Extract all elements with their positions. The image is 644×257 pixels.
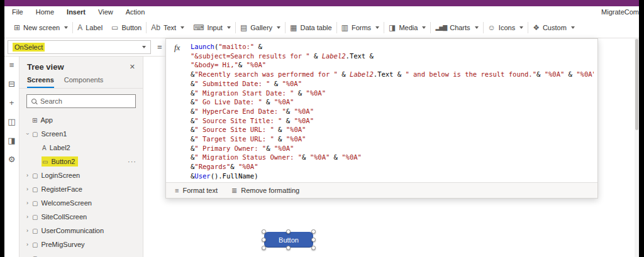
selection-handle[interactable]	[262, 238, 266, 242]
formula-token: " Go Live Date: "	[194, 98, 262, 106]
chevron-down-icon	[475, 26, 479, 29]
more-options-button[interactable]: ···	[128, 158, 136, 165]
ribbon-item-button[interactable]: ▭Button	[107, 18, 146, 38]
search-icon	[31, 99, 36, 104]
chevron-right-icon[interactable]: ›	[23, 227, 31, 234]
data-table-icon: ▦	[290, 23, 297, 32]
insert-icon[interactable]: +	[9, 99, 14, 107]
chevron-right-icon[interactable]: ›	[23, 200, 31, 206]
formula-token: "%0A"	[294, 107, 314, 115]
ribbon-item-forms[interactable]: ▥Forms	[337, 18, 384, 38]
menu-home[interactable]: Home	[36, 8, 54, 16]
chevron-right-icon[interactable]: ›	[23, 172, 31, 178]
property-dropdown[interactable]: OnSelect	[8, 40, 151, 54]
tree-item-main: ▢UserCommunication	[31, 226, 107, 236]
selection-handle[interactable]	[262, 246, 266, 250]
close-icon[interactable]: ✕	[130, 63, 135, 71]
tree-item-screen1[interactable]: ›▢Screen1	[19, 127, 143, 141]
tree-item-welcomescreen[interactable]: ›▢WelcomeScreen	[19, 196, 143, 210]
tree-item-app[interactable]: ⊞App	[19, 113, 143, 127]
tree-item-main: ▢SiteCollScreen	[31, 212, 90, 222]
remove-formatting-button[interactable]: ≣ Remove formatting	[231, 187, 299, 195]
selection-handle[interactable]	[311, 246, 316, 250]
ribbon-toolbar: ⊞New screenALabel▭ButtonAbText⌨Input▤Gal…	[4, 18, 639, 38]
menu-insert[interactable]: Insert	[67, 8, 86, 16]
selection-handle[interactable]	[262, 229, 266, 234]
ribbon-item-label: New screen	[23, 24, 60, 31]
formula-token: "%0A"	[274, 98, 294, 106]
equals-sign: =	[157, 42, 162, 52]
menu-icon[interactable]: ≡	[9, 61, 14, 69]
tree-item-clipped[interactable]: ›▢	[19, 251, 143, 257]
tree-item-label2[interactable]: ALabel2	[19, 141, 143, 155]
tree-item-premigsurvey[interactable]: ›▢PreMigSurvey	[19, 238, 143, 251]
tree-view-tabs: ScreensComponents	[19, 74, 143, 89]
formula-line: &" Source Site URL: " & "%0A"	[191, 125, 594, 134]
advanced-icon[interactable]: ⚙	[8, 155, 16, 163]
ribbon-item-gallery[interactable]: ▤Gallery	[236, 18, 285, 38]
formula-bar: OnSelect = fx Launch("mailto:" &"&subjec…	[4, 38, 639, 57]
tree-item-main: ALabel2	[42, 143, 74, 153]
ribbon-item-icons[interactable]: ☺Icons	[484, 18, 528, 38]
tree-item-main: ▢LoginScreen	[31, 170, 83, 180]
selection-handle[interactable]	[286, 246, 291, 250]
menu-file[interactable]: File	[12, 8, 23, 16]
ribbon-item-input[interactable]: ⌨Input	[189, 18, 235, 38]
tree-item-label: Label2	[50, 144, 70, 151]
tree-item-label: LoginScreen	[41, 172, 80, 179]
selection-handle[interactable]	[311, 229, 316, 234]
tree-item-label: SiteCollScreen	[41, 213, 87, 221]
ribbon-item-label: Label	[86, 24, 103, 31]
search-input[interactable]: Search	[26, 94, 136, 108]
chevron-right-icon[interactable]: ›	[23, 186, 31, 192]
formula-line: &" Migration Start Date: " & "%0A"	[191, 89, 594, 98]
chevron-right-icon[interactable]: ›	[23, 214, 31, 220]
screen-icon: ▢	[32, 255, 38, 257]
ribbon-item-label: Data table	[300, 24, 331, 31]
formula-token: &	[338, 70, 350, 78]
formula-token: "%0A"	[286, 126, 306, 133]
formula-token: " Migration Status Owner: "	[194, 153, 302, 161]
formula-token: "%0A"	[310, 153, 330, 161]
chevron-right-icon[interactable]: ›	[23, 241, 31, 248]
tree-view-header: Tree view ✕	[19, 57, 143, 74]
ribbon-item-new-screen[interactable]: ⊞New screen	[9, 18, 72, 38]
selection-handle[interactable]	[286, 229, 291, 234]
ribbon-item-charts[interactable]: ▂▅▇Charts	[431, 18, 482, 38]
remove-formatting-icon: ≣	[231, 187, 237, 195]
label-icon: A	[77, 23, 82, 32]
format-text-button[interactable]: ≡ Format text	[175, 187, 218, 194]
ribbon-item-text[interactable]: AbText	[147, 18, 189, 38]
ribbon-item-custom[interactable]: ❖Custom	[528, 18, 579, 38]
vertical-scrollbar[interactable]	[635, 38, 639, 257]
ribbon-item-label: Forms	[352, 24, 371, 31]
data-icon[interactable]: ◫	[8, 118, 15, 126]
formula-line: &"Regards"& "%0A"	[191, 162, 594, 172]
screen-icon: ▢	[32, 131, 38, 138]
formula-token: "%0A"	[274, 145, 294, 152]
tree-item-sitecollscreen[interactable]: ›▢SiteCollScreen	[19, 210, 143, 224]
button-icon: ▭	[111, 23, 118, 32]
ribbon-item-label: Gallery	[250, 24, 272, 31]
selection-handle[interactable]	[311, 238, 316, 242]
chevron-down-icon	[422, 26, 426, 29]
menu-view[interactable]: View	[98, 8, 113, 16]
tree-view-icon[interactable]: ⊟	[8, 80, 15, 88]
tree-item-main: ▢WelcomeScreen	[31, 198, 95, 208]
scrollbar-thumb[interactable]	[635, 39, 638, 130]
tree-item-registerface[interactable]: ›▢RegisterFace	[19, 182, 143, 196]
media-icon[interactable]: ◨	[8, 136, 15, 145]
tree-item-loginscreen[interactable]: ›▢LoginScreen	[19, 168, 143, 182]
ribbon-item-media[interactable]: ◨Media	[384, 18, 430, 38]
formula-editor[interactable]: Launch("mailto:" &"&subject=Search resul…	[191, 42, 594, 181]
tree-item-usercommunication[interactable]: ›▢UserCommunication	[19, 224, 143, 238]
text-icon: Ab	[151, 23, 160, 32]
ribbon-item-label[interactable]: ALabel	[73, 18, 107, 38]
tab-components[interactable]: Components	[64, 76, 103, 88]
ribbon-item-data-table[interactable]: ▦Data table	[286, 18, 336, 38]
chevron-down-icon[interactable]: ›	[25, 130, 31, 138]
tree-item-button2[interactable]: ▭Button2···	[19, 155, 143, 168]
menu-action[interactable]: Action	[126, 8, 145, 16]
formula-token: &	[274, 135, 286, 143]
tab-screens[interactable]: Screens	[27, 76, 54, 88]
